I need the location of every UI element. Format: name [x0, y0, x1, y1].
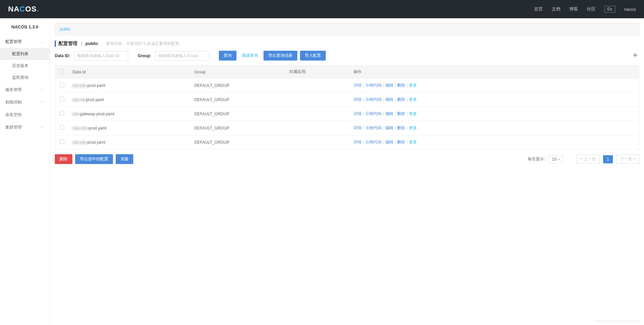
group-label: Group: — [138, 53, 151, 58]
next-page-button[interactable]: 下一页 > — [616, 155, 639, 164]
group-input[interactable] — [155, 51, 209, 61]
row-checkbox[interactable] — [60, 111, 64, 116]
bulk-delete-button[interactable]: 删除 — [55, 154, 72, 164]
menu-service[interactable]: 服务管理 ﹀ — [0, 84, 50, 96]
cell-group: DEFAULT_GROUP — [190, 78, 285, 93]
action-more[interactable]: 更多 — [409, 97, 417, 102]
cell-dataid: xxx-xxxprod.yaml — [69, 93, 190, 107]
action-edit[interactable]: 编辑 — [385, 97, 393, 102]
nav-community[interactable]: 社区 — [587, 6, 596, 12]
cell-group: DEFAULT_GROUP — [190, 93, 285, 107]
action-sample[interactable]: 示例代码 — [365, 97, 382, 102]
menu-service-label: 服务管理 — [5, 87, 22, 93]
action-delete[interactable]: 删除 — [397, 83, 405, 88]
chevron-down-icon: ﹀ — [41, 100, 44, 105]
cell-actions: 详情|示例代码|编辑|删除|更多 — [349, 107, 639, 121]
sidebar: NACOS 1.3.0 配置管理 ︿ 配置列表 历史版本 监听查询 服务管理 ﹀… — [0, 18, 50, 325]
action-detail[interactable]: 详情 — [353, 140, 362, 144]
cell-actions: 详情|示例代码|编辑|删除|更多 — [349, 78, 639, 93]
menu-cluster[interactable]: 集群管理 ﹀ — [0, 121, 50, 134]
namespace-public[interactable]: public — [60, 27, 70, 31]
namespace-tabs: public — [55, 23, 639, 35]
table-row: xxx-xxxprod.yamlDEFAULT_GROUP详情|示例代码|编辑|… — [55, 93, 639, 107]
action-detail[interactable]: 详情 — [353, 97, 362, 102]
chevron-up-icon: ︿ — [41, 40, 44, 44]
cell-group: DEFAULT_GROUP — [190, 135, 285, 149]
clone-button[interactable]: 克隆 — [116, 154, 133, 164]
action-delete[interactable]: 删除 — [397, 97, 405, 102]
table-row: xxx-xxx-prod.yamlDEFAULT_GROUP详情|示例代码|编辑… — [55, 135, 639, 149]
nav-blog[interactable]: 博客 — [569, 6, 578, 12]
user-name[interactable]: nacos — [624, 7, 636, 12]
export-results-button[interactable]: 导出查询结果 — [263, 51, 297, 61]
cell-actions: 详情|示例代码|编辑|删除|更多 — [349, 93, 639, 107]
action-edit[interactable]: 编辑 — [385, 111, 393, 116]
nav-home[interactable]: 首页 — [534, 6, 543, 12]
page-namespace: public — [85, 41, 98, 46]
action-detail[interactable]: 详情 — [353, 83, 362, 88]
header-nav: 首页 文档 博客 社区 En nacos — [534, 6, 636, 13]
action-more[interactable]: 更多 — [409, 111, 417, 116]
action-more[interactable]: 更多 — [409, 83, 417, 88]
logo: NACOS. — [8, 5, 39, 14]
page-1-button[interactable]: 1 — [603, 155, 613, 163]
export-selected-button[interactable]: 导出选中的配置 — [75, 154, 113, 164]
select-all-checkbox[interactable] — [59, 69, 64, 74]
cell-group: DEFAULT_GROUP — [190, 121, 285, 135]
cell-dataid: xxx-gateway-prod.yaml — [69, 107, 190, 121]
cell-group: DEFAULT_GROUP — [190, 107, 285, 121]
search-button[interactable]: 查询 — [219, 51, 236, 61]
action-sample[interactable]: 示例代码 — [365, 140, 382, 144]
chevron-down-icon: ﹀ — [41, 88, 44, 92]
main-content: public 配置管理 | public 查询结果：共查询到 5 条满足要求的配… — [50, 18, 644, 325]
submenu-listener[interactable]: 监听查询 — [0, 72, 50, 84]
action-detail[interactable]: 详情 — [353, 111, 362, 116]
action-delete[interactable]: 删除 — [397, 111, 405, 116]
action-delete[interactable]: 删除 — [397, 140, 405, 144]
watermark: https://blog.csdn.net/xxxxxx — [595, 319, 641, 323]
action-edit[interactable]: 编辑 — [385, 140, 393, 144]
action-edit[interactable]: 编辑 — [385, 125, 393, 130]
table-footer: 删除 导出选中的配置 克隆 每页显示: 10 < 上一页 1 下一页 > — [50, 149, 644, 169]
menu-namespace-label: 命名空间 — [5, 112, 22, 118]
action-more[interactable]: 更多 — [409, 140, 417, 144]
cell-dataid: xxx-xxx-prod.yaml — [69, 135, 190, 149]
menu-namespace[interactable]: 命名空间 — [0, 109, 50, 121]
header-app: 归属应用: — [285, 66, 349, 78]
row-checkbox[interactable] — [60, 125, 64, 130]
action-sample[interactable]: 示例代码 — [365, 111, 382, 116]
submenu-config-list[interactable]: 配置列表 — [0, 48, 50, 60]
table-row: rxxx-xxx-prod.yamlDEFAULT_GROUP详情|示例代码|编… — [55, 121, 639, 135]
page-size-select[interactable]: 10 — [548, 155, 563, 163]
header-actions: 操作 — [349, 66, 639, 78]
header-checkbox-cell — [55, 66, 69, 78]
lang-toggle[interactable]: En — [604, 6, 616, 13]
row-checkbox[interactable] — [60, 83, 64, 87]
page-title-text: 配置管理 — [59, 41, 77, 46]
action-delete[interactable]: 删除 — [397, 125, 405, 130]
page-title: 配置管理 | public — [55, 41, 98, 47]
sidebar-version: NACOS 1.3.0 — [0, 18, 50, 36]
header-group: Group — [190, 66, 285, 78]
row-checkbox[interactable] — [60, 97, 64, 101]
advanced-search-button[interactable]: 高级查询 — [239, 51, 261, 61]
add-config-icon[interactable]: ＋ — [631, 49, 639, 60]
action-more[interactable]: 更多 — [409, 125, 417, 130]
menu-auth[interactable]: 权限控制 ﹀ — [0, 96, 50, 109]
action-edit[interactable]: 编辑 — [385, 83, 393, 88]
submenu-history[interactable]: 历史版本 — [0, 60, 50, 72]
dataid-input[interactable] — [74, 51, 128, 61]
top-header: NACOS. 首页 文档 博客 社区 En nacos — [0, 0, 644, 18]
action-detail[interactable]: 详情 — [353, 125, 362, 130]
row-checkbox[interactable] — [60, 139, 64, 144]
import-config-button[interactable]: 导入配置 — [300, 51, 326, 61]
prev-page-button[interactable]: < 上一页 — [577, 155, 600, 164]
cell-app — [285, 121, 349, 135]
action-sample[interactable]: 示例代码 — [365, 125, 382, 130]
cell-actions: 详情|示例代码|编辑|删除|更多 — [349, 121, 639, 135]
action-sample[interactable]: 示例代码 — [365, 83, 382, 88]
nav-docs[interactable]: 文档 — [552, 6, 560, 12]
menu-config[interactable]: 配置管理 ︿ — [0, 36, 50, 48]
page-size-label: 每页显示: — [528, 156, 545, 162]
menu-config-label: 配置管理 — [5, 39, 22, 45]
